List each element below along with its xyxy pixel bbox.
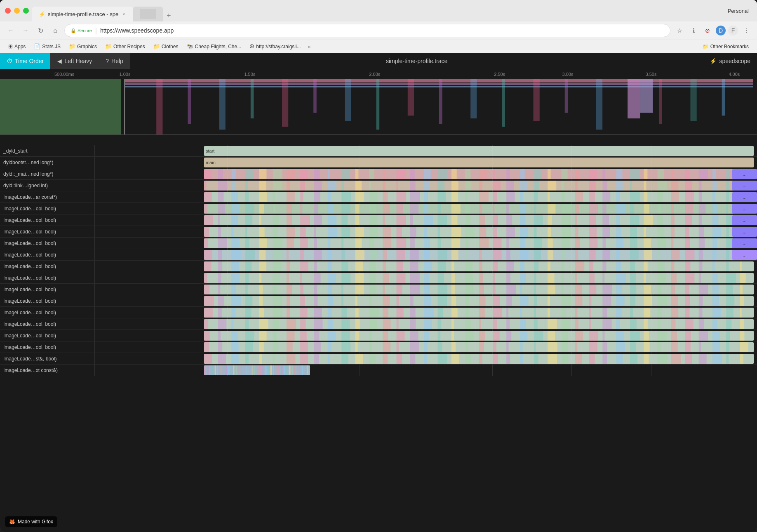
- flame-row[interactable]: ImageLoade…ool, bool): [0, 330, 757, 341]
- svg-rect-260: [712, 227, 721, 237]
- forward-button[interactable]: →: [20, 25, 31, 36]
- flame-row-bars[interactable]: main: [95, 157, 757, 168]
- svg-rect-509: [287, 308, 290, 318]
- flame-row-bars[interactable]: ...: [95, 214, 757, 226]
- svg-rect-68: [273, 181, 283, 191]
- svg-rect-37: [397, 169, 406, 179]
- ellipsis-button[interactable]: ...: [732, 215, 757, 225]
- flame-block[interactable]: main: [204, 158, 754, 167]
- svg-rect-185: [232, 215, 238, 225]
- profile-button[interactable]: Personal: [724, 6, 752, 16]
- other-bookmarks-button[interactable]: 📁 Other Bookmarks: [699, 42, 752, 51]
- tab-time-order[interactable]: ⏱ Time Order: [0, 53, 51, 69]
- flame-row[interactable]: ImageLoade…ool, bool): [0, 284, 757, 295]
- svg-rect-166: [520, 204, 526, 214]
- flame-row[interactable]: ImageLoade…ool, bool): [0, 295, 757, 307]
- flame-row-bars[interactable]: [95, 330, 757, 341]
- flame-row[interactable]: _dyld_startstart: [0, 145, 757, 157]
- bookmark-star-button[interactable]: ☆: [674, 25, 685, 36]
- svg-rect-432: [328, 285, 332, 294]
- flame-row[interactable]: ImageLoade…ool, bool)...: [0, 214, 757, 226]
- flame-row-bars[interactable]: ...: [95, 226, 757, 237]
- tab-left-heavy[interactable]: ◀ Left Heavy: [51, 53, 99, 69]
- bookmark-graphics-label: Graphics: [77, 44, 97, 49]
- ellipsis-button[interactable]: ...: [732, 192, 757, 202]
- flame-row[interactable]: ImageLoade…ool, bool): [0, 307, 757, 318]
- more-bookmarks-arrow[interactable]: »: [308, 43, 311, 50]
- new-tab-button[interactable]: +: [163, 10, 174, 21]
- ellipsis-button[interactable]: ...: [732, 227, 757, 237]
- flame-row-bars[interactable]: [95, 272, 757, 283]
- flame-row[interactable]: ImageLoade…ool, bool)...: [0, 238, 757, 249]
- active-tab[interactable]: ⚡ simple-time-profile.trace - spe ×: [32, 7, 133, 21]
- svg-rect-738: [297, 365, 299, 375]
- home-button[interactable]: ⌂: [49, 25, 61, 36]
- close-button[interactable]: [5, 8, 11, 14]
- bookmark-flights[interactable]: 🐄 Cheap Flights, Che...: [183, 42, 244, 51]
- flame-row-bars[interactable]: [95, 295, 757, 306]
- bookmark-clothes[interactable]: 📁 Clothes: [150, 42, 182, 51]
- flame-row-bars[interactable]: [95, 365, 757, 376]
- bookmark-statsjs[interactable]: 📄 Stats.JS: [31, 42, 64, 51]
- flame-row[interactable]: dyldbootst…ned long*)main: [0, 157, 757, 168]
- ellipsis-button[interactable]: ...: [732, 204, 757, 214]
- bookmark-graphics[interactable]: 📁 Graphics: [66, 42, 100, 51]
- minimize-button[interactable]: [14, 8, 20, 14]
- reader-view-button[interactable]: ℹ: [688, 25, 699, 36]
- svg-rect-466: [245, 296, 252, 306]
- flame-row-bars[interactable]: [95, 353, 757, 364]
- flame-row-bars[interactable]: ...: [95, 203, 757, 214]
- svg-rect-408: [548, 273, 554, 283]
- bookmark-apps[interactable]: ⊞ Apps: [5, 42, 29, 51]
- ellipsis-button[interactable]: ...: [732, 169, 757, 179]
- ellipsis-button[interactable]: ...: [732, 250, 757, 260]
- url-bar[interactable]: 🔒 Secure | https://www.speedscope.app: [64, 24, 670, 37]
- flame-row[interactable]: ImageLoade…ool, bool): [0, 341, 757, 353]
- flame-row-bars[interactable]: ...: [95, 180, 757, 191]
- flame-row[interactable]: ImageLoade…xt const&): [0, 365, 757, 376]
- flame-row[interactable]: ImageLoade…ool, bool)...: [0, 226, 757, 238]
- flame-row[interactable]: ImageLoade…ool, bool): [0, 272, 757, 284]
- back-button[interactable]: ←: [5, 25, 16, 36]
- flame-row[interactable]: ImageLoade…ool, bool)...: [0, 249, 757, 261]
- flame-block[interactable]: start: [204, 146, 754, 156]
- flame-row[interactable]: ImageLoade…ar const*)...: [0, 191, 757, 203]
- flame-row-bars[interactable]: [95, 318, 757, 330]
- flame-row-bars[interactable]: ...: [95, 238, 757, 249]
- svg-rect-673: [341, 354, 348, 364]
- flame-row-bars[interactable]: ...: [95, 191, 757, 202]
- flame-row-bars[interactable]: ...: [95, 249, 757, 260]
- flame-row-bars[interactable]: [95, 307, 757, 318]
- flame-row-bars[interactable]: [95, 284, 757, 295]
- flame-rows-container[interactable]: _dyld_startstartdyldbootst…ned long*)mai…: [0, 145, 757, 532]
- ellipsis-button[interactable]: ...: [732, 181, 757, 191]
- flame-row[interactable]: dyld::_mai…ned long*)...: [0, 168, 757, 180]
- nav-bar: ← → ↻ ⌂ 🔒 Secure | https://www.speedscop…: [0, 21, 757, 40]
- flame-row-bars[interactable]: start: [95, 145, 757, 156]
- flame-row-bars[interactable]: [95, 261, 757, 272]
- tab-help[interactable]: ? Help: [99, 53, 130, 69]
- lock-icon: 🔒: [71, 28, 76, 33]
- flame-row-bars[interactable]: ...: [95, 168, 757, 179]
- ellipsis-button[interactable]: ...: [732, 238, 757, 248]
- svg-rect-92: [602, 181, 607, 191]
- svg-rect-636: [383, 342, 390, 352]
- overview-canvas[interactable]: [0, 79, 757, 135]
- ublock-icon[interactable]: ⊘: [702, 25, 713, 36]
- flame-row[interactable]: ImageLoade…ool, bool)...: [0, 203, 757, 214]
- maximize-button[interactable]: [23, 8, 29, 14]
- flame-row[interactable]: ImageLoade…st&, bool): [0, 353, 757, 365]
- flamegraph-overview[interactable]: 500.00ms 1.00s 1.50s 2.00s 2.50s 3.00s 3…: [0, 69, 757, 135]
- flame-row[interactable]: ImageLoade…ool, bool): [0, 261, 757, 272]
- empty-tab[interactable]: [133, 7, 163, 21]
- profile-f-button[interactable]: F: [728, 26, 738, 35]
- tab-close-button[interactable]: ×: [121, 11, 127, 17]
- bookmark-other-recipes[interactable]: 📁 Other Recipes: [102, 42, 148, 51]
- profile-d-button[interactable]: D: [716, 26, 726, 35]
- bookmark-craigslist[interactable]: ☮ http://sfbay.craigsli...: [246, 42, 304, 51]
- flame-row-bars[interactable]: [95, 341, 757, 353]
- flame-row[interactable]: ImageLoade…ool, bool): [0, 318, 757, 330]
- flame-row[interactable]: dyld::link…igned int)...: [0, 180, 757, 191]
- more-options-button[interactable]: ⋮: [741, 25, 752, 36]
- refresh-button[interactable]: ↻: [35, 25, 46, 36]
